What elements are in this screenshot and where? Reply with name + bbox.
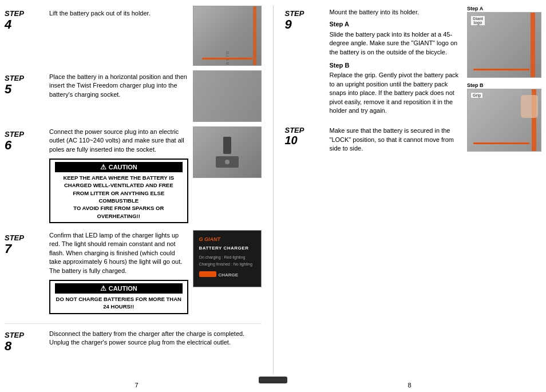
step9-main-text: Mount the battery into its holder. <box>330 8 464 17</box>
step7-image: G GIANT BATTERY CHARGER On charging : Re… <box>193 230 262 287</box>
warning-icon: ⚠ <box>100 163 106 171</box>
step9-content: Mount the battery into its holder. Step … <box>330 6 464 120</box>
step-b-image-container: Step B Grip <box>467 82 541 152</box>
step9-label: STEP 9 <box>285 6 325 31</box>
right-main: STEP 9 Mount the battery into its holder… <box>285 6 542 153</box>
caution1-title: ⚠ CAUTION <box>55 162 183 172</box>
page-number-right: 8 <box>407 382 411 389</box>
step9a-title: Step A <box>330 20 464 29</box>
warning-icon2: ⚠ <box>100 284 106 292</box>
step4-text: Lift the battery pack out of its holder. <box>49 6 151 18</box>
charger-model-label: BATTERY CHARGER <box>199 246 249 251</box>
charger-photo: G GIANT BATTERY CHARGER On charging : Re… <box>193 230 262 287</box>
step4-row: STEP 4 Lift the battery pack out of its … <box>5 6 262 66</box>
step8-label: STEP 8 <box>5 327 45 353</box>
step-a-photo: Giantlogo <box>467 12 541 78</box>
charger-charge: CHARGE <box>219 272 239 278</box>
step5-text: Place the battery in a horizontal positi… <box>49 70 188 99</box>
page-left: STEP 4 Lift the battery pack out of its … <box>5 6 274 374</box>
caution1-text: KEEP THE AREA WHERE THE BATTERY IS CHARG… <box>55 174 183 220</box>
step-b-overlay-label: Step B <box>467 82 541 88</box>
step7-label: STEP 7 <box>5 230 45 255</box>
step8-text: Disconnect the battery from the charger … <box>49 327 262 347</box>
step5-label: STEP 5 <box>5 70 45 96</box>
step-b-photo: Grip <box>467 89 541 152</box>
step9b-text: Replace the grip. Gently pivot the batte… <box>330 71 464 115</box>
step5-image <box>193 70 262 122</box>
caution2-title: ⚠ CAUTION <box>55 283 183 294</box>
step10-label: STEP 10 <box>285 124 325 146</box>
page-container: STEP 4 Lift the battery pack out of its … <box>0 0 546 379</box>
page-right: STEP 9 Mount the battery into its holder… <box>274 6 542 374</box>
step-a-image-container: Step A Giantlogo <box>467 6 541 78</box>
step9-sub-a: Step A Slide the battery pack into its h… <box>330 20 464 57</box>
step6-label: STEP 6 <box>5 126 45 152</box>
step-a-overlay-label: Step A <box>467 6 541 11</box>
right-steps: STEP 9 Mount the battery into its holder… <box>285 6 464 153</box>
step9-sub-b: Step B Replace the grip. Gently pivot th… <box>330 61 464 115</box>
side-images: Step A Giantlogo Step B <box>467 6 541 153</box>
page-number-left: 7 <box>134 382 138 389</box>
step4-image: GIANT <box>193 6 262 66</box>
step8-row: STEP 8 Disconnect the battery from the c… <box>5 323 262 353</box>
step6-photo <box>193 126 262 178</box>
step6-text: Connect the power source plug into an el… <box>49 128 188 154</box>
step9a-text: Slide the battery pack into its holder a… <box>330 30 464 57</box>
step5-photo <box>193 70 262 122</box>
step10-row: STEP 10 Make sure that the battery is se… <box>285 124 464 153</box>
step9-row: STEP 9 Mount the battery into its holder… <box>285 6 464 120</box>
caution2-box: ⚠ CAUTION DO NOT CHARGE BATTERIES FOR MO… <box>49 280 188 314</box>
caution2-text: DO NOT CHARGE BATTERIES FOR MORE THAN 24… <box>55 295 183 311</box>
step9b-title: Step B <box>330 61 464 70</box>
step5-row: STEP 5 Place the battery in a horizontal… <box>5 70 262 122</box>
step6-row: STEP 6 Connect the power source plug int… <box>5 126 262 225</box>
step6-image <box>193 126 262 178</box>
step10-text: Make sure that the battery is secured in… <box>330 124 464 153</box>
step7-text: Confirm that LED lamp of the charger lig… <box>49 231 188 275</box>
step7-row: STEP 7 Confirm that LED lamp of the char… <box>5 230 262 316</box>
charger-line2: Charging finished : No lighting <box>199 262 252 268</box>
caution1-box: ⚠ CAUTION KEEP THE AREA WHERE THE BATTER… <box>49 159 188 223</box>
step4-photo: GIANT <box>193 6 262 66</box>
charger-line1: On charging : Red lighting <box>199 255 246 261</box>
step4-label: STEP 4 <box>5 6 45 31</box>
